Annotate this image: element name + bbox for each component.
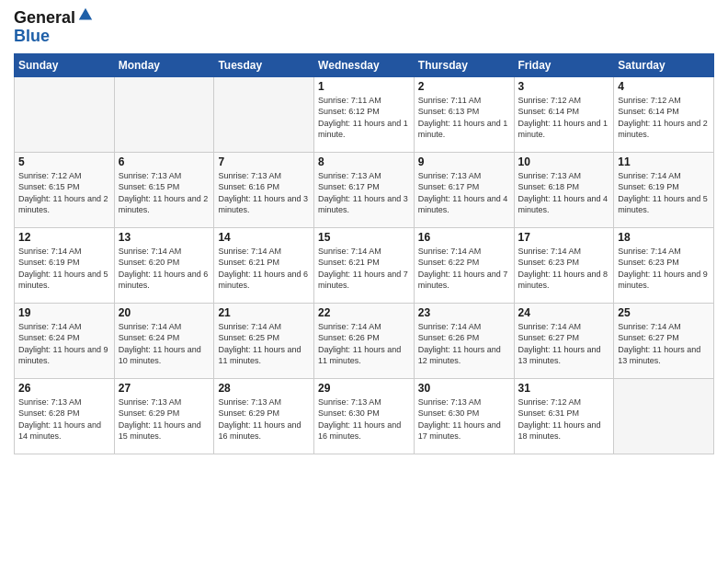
calendar-week-1: 1Sunrise: 7:11 AMSunset: 6:12 PMDaylight…	[15, 76, 714, 152]
calendar-cell: 4Sunrise: 7:12 AMSunset: 6:14 PMDaylight…	[614, 76, 714, 152]
day-info: Sunrise: 7:13 AMSunset: 6:30 PMDaylight:…	[418, 396, 510, 442]
calendar-cell: 28Sunrise: 7:13 AMSunset: 6:29 PMDayligh…	[214, 378, 314, 454]
calendar-cell: 27Sunrise: 7:13 AMSunset: 6:29 PMDayligh…	[114, 378, 214, 454]
day-number: 13	[119, 231, 210, 244]
day-info: Sunrise: 7:14 AMSunset: 6:23 PMDaylight:…	[618, 246, 710, 292]
day-info: Sunrise: 7:12 AMSunset: 6:14 PMDaylight:…	[618, 95, 710, 141]
day-number: 7	[218, 155, 310, 168]
day-info: Sunrise: 7:13 AMSunset: 6:30 PMDaylight:…	[318, 396, 410, 442]
calendar-cell: 10Sunrise: 7:13 AMSunset: 6:18 PMDayligh…	[514, 152, 614, 227]
logo-general-text: General	[14, 8, 75, 27]
day-number: 20	[119, 306, 210, 319]
calendar-cell: 12Sunrise: 7:14 AMSunset: 6:19 PMDayligh…	[15, 227, 115, 303]
day-info: Sunrise: 7:14 AMSunset: 6:19 PMDaylight:…	[618, 170, 710, 216]
day-number: 14	[218, 231, 310, 244]
day-number: 31	[518, 382, 610, 395]
calendar-cell: 21Sunrise: 7:14 AMSunset: 6:25 PMDayligh…	[214, 303, 314, 378]
calendar-cell: 6Sunrise: 7:13 AMSunset: 6:15 PMDaylight…	[114, 152, 214, 227]
day-info: Sunrise: 7:14 AMSunset: 6:27 PMDaylight:…	[618, 321, 710, 367]
day-info: Sunrise: 7:13 AMSunset: 6:28 PMDaylight:…	[18, 396, 110, 442]
weekday-header-thursday: Thursday	[414, 53, 514, 76]
day-number: 2	[418, 80, 510, 93]
day-number: 29	[318, 382, 410, 395]
calendar-cell: 5Sunrise: 7:12 AMSunset: 6:15 PMDaylight…	[15, 152, 115, 227]
calendar-cell: 17Sunrise: 7:14 AMSunset: 6:23 PMDayligh…	[514, 227, 614, 303]
day-number: 18	[618, 231, 710, 244]
day-number: 4	[618, 80, 710, 93]
day-number: 26	[18, 382, 110, 395]
day-number: 3	[518, 80, 610, 93]
day-number: 23	[418, 306, 510, 319]
calendar-cell: 14Sunrise: 7:14 AMSunset: 6:21 PMDayligh…	[214, 227, 314, 303]
calendar-cell: 30Sunrise: 7:13 AMSunset: 6:30 PMDayligh…	[414, 378, 514, 454]
calendar-cell: 22Sunrise: 7:14 AMSunset: 6:26 PMDayligh…	[314, 303, 415, 378]
calendar-cell: 26Sunrise: 7:13 AMSunset: 6:28 PMDayligh…	[15, 378, 115, 454]
logo-icon	[77, 6, 94, 23]
calendar-cell: 7Sunrise: 7:13 AMSunset: 6:16 PMDaylight…	[214, 152, 314, 227]
day-info: Sunrise: 7:14 AMSunset: 6:23 PMDaylight:…	[518, 246, 610, 292]
svg-marker-0	[79, 8, 92, 20]
day-number: 22	[318, 306, 410, 319]
calendar-cell: 9Sunrise: 7:13 AMSunset: 6:17 PMDaylight…	[414, 152, 514, 227]
day-info: Sunrise: 7:14 AMSunset: 6:25 PMDaylight:…	[218, 321, 310, 367]
calendar-cell: 20Sunrise: 7:14 AMSunset: 6:24 PMDayligh…	[114, 303, 214, 378]
calendar-week-3: 12Sunrise: 7:14 AMSunset: 6:19 PMDayligh…	[15, 227, 714, 303]
day-number: 16	[418, 231, 510, 244]
day-number: 10	[518, 155, 610, 168]
day-info: Sunrise: 7:13 AMSunset: 6:16 PMDaylight:…	[218, 170, 310, 216]
calendar-week-2: 5Sunrise: 7:12 AMSunset: 6:15 PMDaylight…	[15, 152, 714, 227]
logo-blue-text: Blue	[14, 27, 50, 45]
weekday-header-sunday: Sunday	[15, 53, 115, 76]
calendar-week-4: 19Sunrise: 7:14 AMSunset: 6:24 PMDayligh…	[15, 303, 714, 378]
calendar-week-5: 26Sunrise: 7:13 AMSunset: 6:28 PMDayligh…	[15, 378, 714, 454]
calendar-cell: 15Sunrise: 7:14 AMSunset: 6:21 PMDayligh…	[314, 227, 415, 303]
calendar-cell	[114, 76, 214, 152]
day-info: Sunrise: 7:12 AMSunset: 6:14 PMDaylight:…	[518, 95, 610, 141]
day-number: 21	[218, 306, 310, 319]
day-number: 6	[119, 155, 210, 168]
day-number: 27	[119, 382, 210, 395]
calendar-cell	[614, 378, 714, 454]
day-info: Sunrise: 7:13 AMSunset: 6:17 PMDaylight:…	[318, 170, 410, 216]
day-info: Sunrise: 7:13 AMSunset: 6:29 PMDaylight:…	[119, 396, 210, 442]
day-number: 17	[518, 231, 610, 244]
day-info: Sunrise: 7:14 AMSunset: 6:20 PMDaylight:…	[119, 246, 210, 292]
day-info: Sunrise: 7:12 AMSunset: 6:31 PMDaylight:…	[518, 396, 610, 442]
day-number: 30	[418, 382, 510, 395]
calendar-page: General Blue SundayMondayTuesdayWednesda…	[0, 0, 728, 563]
day-info: Sunrise: 7:14 AMSunset: 6:26 PMDaylight:…	[418, 321, 510, 367]
day-info: Sunrise: 7:14 AMSunset: 6:21 PMDaylight:…	[318, 246, 410, 292]
calendar-cell: 18Sunrise: 7:14 AMSunset: 6:23 PMDayligh…	[614, 227, 714, 303]
calendar-cell: 11Sunrise: 7:14 AMSunset: 6:19 PMDayligh…	[614, 152, 714, 227]
calendar-cell	[214, 76, 314, 152]
day-info: Sunrise: 7:13 AMSunset: 6:29 PMDaylight:…	[218, 396, 310, 442]
calendar-cell: 2Sunrise: 7:11 AMSunset: 6:13 PMDaylight…	[414, 76, 514, 152]
page-header: General Blue	[14, 9, 714, 46]
weekday-header-saturday: Saturday	[614, 53, 714, 76]
day-number: 28	[218, 382, 310, 395]
weekday-header-monday: Monday	[114, 53, 214, 76]
day-number: 8	[318, 155, 410, 168]
calendar-cell: 16Sunrise: 7:14 AMSunset: 6:22 PMDayligh…	[414, 227, 514, 303]
calendar-cell	[15, 76, 115, 152]
day-number: 19	[18, 306, 110, 319]
calendar-cell: 31Sunrise: 7:12 AMSunset: 6:31 PMDayligh…	[514, 378, 614, 454]
day-info: Sunrise: 7:13 AMSunset: 6:15 PMDaylight:…	[119, 170, 210, 216]
day-info: Sunrise: 7:14 AMSunset: 6:19 PMDaylight:…	[18, 246, 110, 292]
weekday-header-row: SundayMondayTuesdayWednesdayThursdayFrid…	[15, 53, 714, 76]
calendar-cell: 8Sunrise: 7:13 AMSunset: 6:17 PMDaylight…	[314, 152, 415, 227]
day-info: Sunrise: 7:11 AMSunset: 6:12 PMDaylight:…	[318, 95, 410, 141]
logo: General Blue	[14, 9, 94, 46]
day-info: Sunrise: 7:12 AMSunset: 6:15 PMDaylight:…	[18, 170, 110, 216]
calendar-cell: 25Sunrise: 7:14 AMSunset: 6:27 PMDayligh…	[614, 303, 714, 378]
calendar-cell: 23Sunrise: 7:14 AMSunset: 6:26 PMDayligh…	[414, 303, 514, 378]
weekday-header-wednesday: Wednesday	[314, 53, 415, 76]
day-info: Sunrise: 7:14 AMSunset: 6:27 PMDaylight:…	[518, 321, 610, 367]
day-info: Sunrise: 7:14 AMSunset: 6:24 PMDaylight:…	[119, 321, 210, 367]
day-number: 15	[318, 231, 410, 244]
calendar-cell: 1Sunrise: 7:11 AMSunset: 6:12 PMDaylight…	[314, 76, 415, 152]
day-number: 5	[18, 155, 110, 168]
day-info: Sunrise: 7:13 AMSunset: 6:18 PMDaylight:…	[518, 170, 610, 216]
day-info: Sunrise: 7:14 AMSunset: 6:24 PMDaylight:…	[18, 321, 110, 367]
calendar-cell: 19Sunrise: 7:14 AMSunset: 6:24 PMDayligh…	[15, 303, 115, 378]
